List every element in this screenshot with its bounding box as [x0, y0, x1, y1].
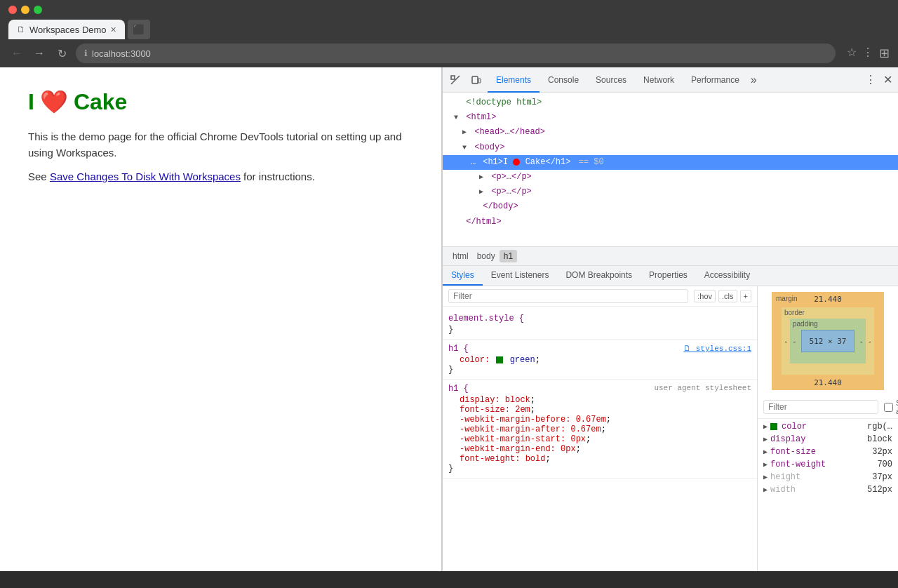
- expand-icon[interactable]: ▶: [763, 435, 768, 443]
- css-rule-h1-useragent: h1 { user agent stylesheet display: bloc…: [443, 380, 757, 479]
- box-model-computed-panel: margin 21.440 21.440 border - -: [758, 286, 898, 571]
- css-rule-element-style: element.style { }: [443, 309, 757, 340]
- css-rules-panel: :hov .cls + element.style {: [443, 286, 758, 571]
- border-right-value: -: [867, 337, 872, 346]
- styles-tab-styles[interactable]: Styles: [443, 266, 483, 286]
- dom-p2[interactable]: <p>…</p>: [443, 185, 898, 199]
- styles-tab-dom-breakpoints[interactable]: DOM Breakpoints: [557, 266, 641, 286]
- styles-tab-properties[interactable]: Properties: [641, 266, 696, 286]
- expand-icon[interactable]: ▶: [763, 460, 768, 469]
- inspect-element-button[interactable]: [445, 70, 465, 90]
- devtools-close-button[interactable]: ✕: [880, 73, 895, 86]
- breadcrumb-h1[interactable]: h1: [500, 250, 517, 262]
- browser-content: I ❤️ Cake This is the demo page for the …: [0, 67, 898, 571]
- tab-bar: 🗋 Workspaces Demo × ⬛: [0, 20, 898, 39]
- expand-icon[interactable]: ▶: [763, 486, 768, 494]
- css-filter-input[interactable]: [448, 289, 688, 303]
- svg-rect-0: [451, 76, 455, 79]
- dom-tree[interactable]: <!doctype html> <html> <head>…</head> <b…: [443, 93, 898, 247]
- devtools-panel: Elements Console Sources Network Perform…: [442, 67, 898, 571]
- heart-emoji: ❤️: [40, 88, 68, 115]
- computed-prop-height: ▶ height 37px: [758, 471, 898, 483]
- browser-window: 🗋 Workspaces Demo × ⬛ ← → ↻ ℹ localhost:…: [0, 0, 898, 571]
- color-swatch-computed: [770, 423, 777, 430]
- tab-performance[interactable]: Performance: [683, 67, 748, 93]
- close-traffic-light[interactable]: [8, 6, 17, 14]
- css-rule-h1-header: h1 { 🗋 styles.css:1: [448, 344, 751, 354]
- border-left-value: -: [784, 337, 789, 346]
- devtools-icon[interactable]: ⊞: [879, 46, 890, 61]
- cls-button[interactable]: .cls: [718, 290, 737, 302]
- css-prop-webkit-margin-start: -webkit-margin-start: 0px;: [448, 434, 751, 444]
- active-tab[interactable]: 🗋 Workspaces Demo ×: [8, 20, 125, 39]
- breadcrumb-html[interactable]: html: [448, 250, 473, 262]
- box-content-size: 512 × 37: [810, 337, 847, 346]
- computed-props-list: ▶ color rgb(… ▶ display block: [758, 419, 898, 497]
- devtools-settings-button[interactable]: ⋮: [862, 73, 879, 86]
- dom-body[interactable]: <body>: [443, 140, 898, 155]
- css-prop-font-size: font-size: 2em;: [448, 405, 751, 415]
- dom-head[interactable]: <head>…</head>: [443, 125, 898, 140]
- device-toggle-button[interactable]: [467, 70, 486, 90]
- minimize-traffic-light[interactable]: [21, 6, 29, 14]
- address-input[interactable]: ℹ localhost:3000: [76, 44, 836, 63]
- tab-elements[interactable]: Elements: [488, 67, 540, 93]
- breadcrumb-body[interactable]: body: [473, 250, 500, 262]
- triangle-icon[interactable]: [462, 127, 469, 138]
- add-style-button[interactable]: +: [740, 290, 751, 302]
- tab-network[interactable]: Network: [635, 67, 683, 93]
- dom-p1[interactable]: <p>…</p>: [443, 170, 898, 185]
- expand-icon[interactable]: ▶: [763, 422, 768, 431]
- maximize-traffic-light[interactable]: [34, 6, 42, 14]
- styles-tab-event-listeners[interactable]: Event Listeners: [483, 266, 558, 286]
- computed-prop-display: ▶ display block: [758, 433, 898, 446]
- css-rules: element.style { } h1 { 🗋 styles.css:1: [443, 307, 757, 481]
- show-all-checkbox[interactable]: [884, 403, 893, 412]
- workspaces-link[interactable]: Save Changes To Disk With Workspaces: [50, 171, 241, 182]
- padding-left-value: -: [792, 337, 797, 346]
- triangle-icon[interactable]: [462, 142, 469, 154]
- triangle-icon[interactable]: [479, 172, 486, 183]
- devtools-toolbar: Elements Console Sources Network Perform…: [443, 67, 898, 93]
- styles-tab-accessibility[interactable]: Accessibility: [696, 266, 758, 286]
- computed-filter-input[interactable]: [763, 400, 878, 414]
- tab-title: Workspaces Demo: [29, 25, 107, 35]
- browser-toolbar-right: ☆ ⋮ ⊞: [847, 46, 890, 61]
- triangle-icon[interactable]: [479, 187, 486, 198]
- bookmark-icon[interactable]: ☆: [847, 46, 857, 61]
- elements-panel: <!doctype html> <html> <head>…</head> <b…: [443, 93, 898, 571]
- margin-bottom-value: 21.440: [814, 378, 842, 387]
- hov-button[interactable]: :hov: [694, 290, 716, 302]
- devtools-tabs: Elements Console Sources Network Perform…: [488, 67, 861, 93]
- reload-button[interactable]: ↻: [53, 47, 70, 60]
- expand-icon[interactable]: ▶: [763, 448, 768, 456]
- padding-right-value: -: [859, 337, 864, 346]
- triangle-icon[interactable]: [454, 112, 461, 123]
- css-prop-font-weight: font-weight: bold;: [448, 454, 751, 464]
- margin-top-value: 21.440: [814, 295, 842, 304]
- forward-button[interactable]: →: [31, 47, 48, 60]
- tab-console[interactable]: Console: [540, 67, 587, 93]
- css-prop-color: color: green;: [448, 355, 751, 365]
- tab-close-button[interactable]: ×: [111, 24, 116, 35]
- paragraph-2: See Save Changes To Disk With Workspaces…: [28, 169, 413, 185]
- dom-h1-selected[interactable]: … <h1>I Cake</h1> == $0: [443, 155, 898, 170]
- title-bar: [0, 0, 898, 20]
- more-icon[interactable]: ⋮: [862, 46, 873, 61]
- new-tab-button[interactable]: ⬛: [128, 20, 150, 39]
- dom-body-close[interactable]: </body>: [443, 199, 898, 214]
- svg-rect-2: [472, 76, 478, 83]
- svg-line-1: [451, 76, 460, 84]
- computed-prop-width: ▶ width 512px: [758, 483, 898, 496]
- dom-doctype[interactable]: <!doctype html>: [443, 95, 898, 110]
- dom-html[interactable]: <html>: [443, 110, 898, 125]
- css-source-link[interactable]: 🗋 styles.css:1: [683, 344, 751, 353]
- expand-icon[interactable]: ▶: [763, 473, 768, 481]
- box-content-layer: 512 × 37: [801, 330, 855, 352]
- back-button[interactable]: ←: [8, 47, 25, 60]
- css-filter-bar: :hov .cls +: [443, 286, 757, 307]
- tab-sources[interactable]: Sources: [587, 67, 635, 93]
- more-tabs-button[interactable]: »: [748, 74, 760, 86]
- dom-html-close[interactable]: </html>: [443, 215, 898, 229]
- pseudo-buttons: :hov .cls +: [694, 290, 751, 302]
